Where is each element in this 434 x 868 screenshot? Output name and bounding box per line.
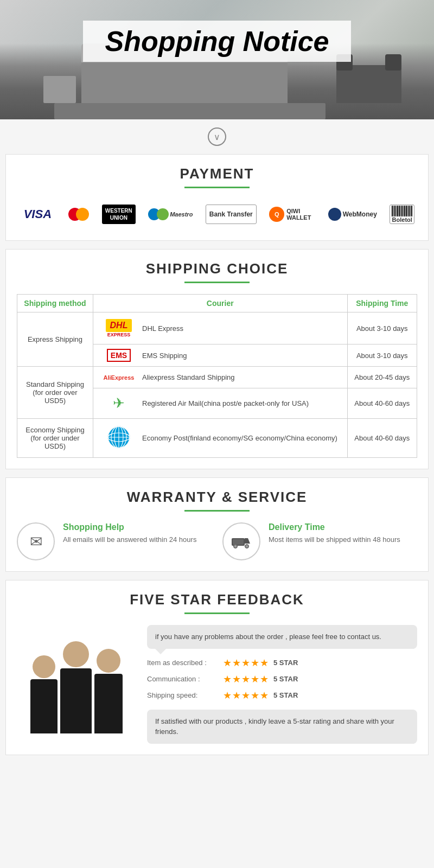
stars-shipping: ★★★★★ [223, 690, 269, 701]
scroll-down-icon[interactable]: ∨ [208, 127, 226, 146]
table-row: Express Shipping DHL EXPRESS DHL Express… [17, 312, 417, 344]
aliexpress-courier-row: AliExpress Aliexpress Standard Shipping [100, 371, 341, 384]
person-head [97, 649, 120, 673]
warranty-delivery-text: Delivery Time Most items will be shipped… [269, 522, 400, 545]
person-body [94, 674, 123, 733]
feedback-right-panel: if you have any problems about the order… [147, 625, 417, 744]
airmail-courier-row: ✈ Registered Air Mail(china post/e packe… [100, 393, 341, 414]
qiwi-icon: Q [269, 207, 284, 222]
shipping-title: SHIPPING CHOICE [17, 260, 417, 277]
hero-nightstand [43, 76, 76, 103]
dhl-courier-row: DHL EXPRESS DHL Express [100, 317, 341, 340]
webmoney-logo: WebMoney [324, 205, 381, 224]
time-ems: About 3-10 days [347, 344, 417, 367]
courier-dhl: DHL EXPRESS DHL Express [93, 312, 348, 344]
chevron-down-icon: ∨ [214, 132, 220, 142]
person-center [60, 641, 92, 733]
hero-section: Shopping Notice [0, 0, 434, 119]
payment-title: PAYMENT [17, 165, 417, 182]
webmoney-globe-icon [328, 208, 341, 221]
courier-airmail: ✈ Registered Air Mail(china post/e packe… [93, 388, 348, 419]
airmail-name: Registered Air Mail(china post/e packet-… [142, 399, 309, 407]
mc-orange-circle [76, 208, 89, 221]
star-value-communication: 5 STAR [273, 675, 298, 683]
person-right [94, 649, 123, 733]
people-group [30, 641, 123, 733]
shopping-help-title: Shopping Help [63, 522, 196, 532]
maestro-green-circle [157, 208, 169, 220]
courier-aliexpress: AliExpress Aliexpress Standard Shipping [93, 367, 348, 388]
warranty-grid: ✉ Shopping Help All emails will be answe… [17, 522, 417, 560]
feedback-footer-text: If satisfied with our products , kindly … [155, 717, 394, 736]
col-courier: Courier [93, 295, 348, 312]
maestro-text: Maestro [170, 211, 193, 218]
shopping-help-desc: All emails will be answered within 24 ho… [63, 534, 196, 545]
feedback-title: FIVE STAR FEEDBACK [17, 591, 417, 608]
col-method: Shipping method [17, 295, 93, 312]
rating-label-shipping: Shipping speed: [147, 691, 223, 699]
svg-point-12 [246, 546, 248, 547]
ems-name: EMS Shipping [142, 352, 187, 360]
feedback-footer: If satisfied with our products , kindly … [147, 710, 417, 744]
courier-economy: Economy Post(finland economy/SG economy/… [93, 419, 348, 458]
western-union-logo: WESTERNUNION [102, 205, 136, 224]
economy-name: Economy Post(finland economy/SG economy/… [142, 434, 337, 442]
time-dhl: About 3-10 days [347, 312, 417, 344]
webmoney-text: WebMoney [343, 210, 377, 218]
shipping-section: SHIPPING CHOICE Shipping method Courier … [5, 249, 429, 469]
visa-logo: VISA [20, 205, 56, 224]
col-time: Shipping Time [347, 295, 417, 312]
warranty-underline [184, 510, 250, 512]
person-body [60, 668, 92, 733]
warranty-item-shopping: ✉ Shopping Help All emails will be answe… [17, 522, 212, 560]
airmail-logo: ✈ [100, 395, 138, 412]
truck-icon [222, 522, 260, 560]
rating-row-shipping: Shipping speed: ★★★★★ 5 STAR [147, 690, 417, 701]
hero-rug [54, 103, 326, 119]
stars-described: ★★★★★ [223, 657, 269, 669]
courier-ems: EMS EMS Shipping [93, 344, 348, 367]
barcode-icon [392, 206, 412, 216]
method-express: Express Shipping [17, 312, 93, 367]
star-value-shipping: 5 STAR [273, 691, 298, 699]
ems-courier-row: EMS EMS Shipping [100, 349, 341, 362]
qiwi-text: QIWIWALLET [286, 208, 311, 221]
feedback-section: FIVE STAR FEEDBACK if you have [5, 580, 429, 755]
person-head [33, 655, 55, 678]
payment-logos-container: VISA WESTERNUNION Maestro Bank Transfer … [17, 199, 417, 229]
speech-bubble: if you have any problems about the order… [147, 625, 417, 649]
rating-label-described: Item as described : [147, 659, 223, 667]
dhl-name: DHL Express [142, 324, 183, 333]
hero-title: Shopping Notice [83, 21, 350, 62]
table-row: Economy Shipping(for order under USD5) [17, 419, 417, 458]
delivery-truck-icon [232, 534, 251, 549]
shipping-table: Shipping method Courier Shipping Time Ex… [17, 294, 417, 458]
qiwi-logo: Q QIWIWALLET [265, 205, 315, 224]
stars-communication: ★★★★★ [223, 673, 269, 685]
shipping-table-header-row: Shipping method Courier Shipping Time [17, 295, 417, 312]
svg-point-10 [235, 546, 237, 547]
method-standard: Standard Shipping(for order over USD5) [17, 367, 93, 419]
payment-underline [184, 187, 250, 188]
feedback-content: if you have any problems about the order… [17, 625, 417, 744]
un-emblem-icon [107, 425, 131, 449]
person-left [30, 655, 58, 733]
rating-row-communication: Communication : ★★★★★ 5 STAR [147, 673, 417, 685]
dhl-logo: DHL EXPRESS [100, 319, 138, 337]
shipping-underline [184, 282, 250, 283]
mail-icon: ✉ [17, 522, 55, 560]
warranty-title: WARRANTY & SERVICE [17, 489, 417, 506]
payment-section: PAYMENT VISA WESTERNUNION Maestro Bank T… [5, 154, 429, 241]
delivery-time-title: Delivery Time [269, 522, 400, 532]
star-value-described: 5 STAR [273, 659, 298, 667]
table-row: Standard Shipping(for order over USD5) A… [17, 367, 417, 388]
feedback-photo [17, 625, 136, 733]
rating-row-described: Item as described : ★★★★★ 5 STAR [147, 657, 417, 669]
feedback-underline [184, 612, 250, 614]
un-logo [100, 425, 138, 451]
economy-courier-row: Economy Post(finland economy/SG economy/… [100, 423, 341, 453]
svg-rect-13 [233, 539, 244, 545]
mastercard-logo [64, 205, 93, 224]
ems-logo: EMS [100, 351, 138, 360]
speech-bubble-text: if you have any problems about the order… [155, 633, 381, 641]
